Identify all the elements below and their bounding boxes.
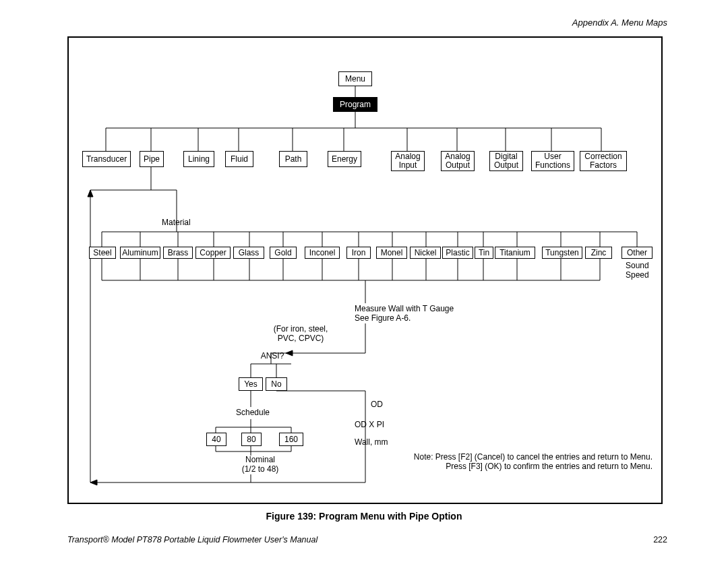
program-node: Program xyxy=(333,97,377,112)
for-iron-label: (For iron, steel, PVC, CPVC) xyxy=(260,325,341,344)
footer-left: Transport® Model PT878 Portable Liquid F… xyxy=(67,535,317,544)
wall-label: Wall, mm xyxy=(355,438,388,447)
svg-marker-78 xyxy=(90,480,97,485)
material-label: Material xyxy=(162,218,191,228)
appendix-label: Appendix A. Menu Maps xyxy=(572,18,667,28)
mat-tin: Tin xyxy=(475,247,493,259)
svg-marker-17 xyxy=(88,190,93,197)
odxpi-label: OD X PI xyxy=(355,420,384,430)
nominal-label: Nominal (1/2 to 48) xyxy=(233,456,287,474)
mat-other: Other xyxy=(621,247,653,259)
od-label: OD xyxy=(371,400,383,410)
mat-nickel: Nickel xyxy=(410,247,441,259)
diagram-frame: Menu Program Transducer Pipe Lining Flui… xyxy=(67,36,663,504)
row1-analog-input: Analog Input xyxy=(391,151,425,171)
menu-node: Menu xyxy=(338,71,372,86)
mat-gold: Gold xyxy=(270,247,297,259)
mat-steel: Steel xyxy=(89,247,116,259)
mat-plastic: Plastic xyxy=(442,247,473,259)
measure-wall-label: Measure Wall with T Gauge See Figure A-6… xyxy=(355,305,454,323)
ansi-yes: Yes xyxy=(239,377,263,391)
row1-fluid: Fluid xyxy=(225,151,253,167)
row1-pipe: Pipe xyxy=(140,151,164,167)
figure-caption: Figure 139: Program Menu with Pipe Optio… xyxy=(0,511,728,522)
row1-digital-output: Digital Output xyxy=(489,151,523,171)
sched-160: 160 xyxy=(279,433,303,446)
mat-brass: Brass xyxy=(163,247,193,259)
note-text: Note: Press [F2] (Cancel) to cancel the … xyxy=(396,453,653,472)
row1-path: Path xyxy=(279,151,307,167)
ansi-label: ANSI? xyxy=(257,352,287,361)
mat-zinc: Zinc xyxy=(585,247,612,259)
sched-40: 40 xyxy=(206,433,226,446)
mat-tungsten: Tungsten xyxy=(542,247,582,259)
row1-energy: Energy xyxy=(328,151,361,167)
mat-monel: Monel xyxy=(376,247,407,259)
row1-lining: Lining xyxy=(183,151,214,167)
mat-copper: Copper xyxy=(195,247,231,259)
row1-user-functions: User Functions xyxy=(531,151,574,171)
schedule-label: Schedule xyxy=(236,408,270,418)
mat-inconel: Inconel xyxy=(305,247,340,259)
sched-80: 80 xyxy=(241,433,262,446)
mat-aluminum: Aluminum xyxy=(120,247,160,259)
mat-glass: Glass xyxy=(233,247,264,259)
row1-analog-output: Analog Output xyxy=(441,151,475,171)
row1-transducer: Transducer xyxy=(82,151,131,167)
footer-right: 222 xyxy=(653,535,667,544)
mat-titanium: Titanium xyxy=(495,247,535,259)
ansi-no: No xyxy=(266,377,287,391)
row1-correction-factors: Correction Factors xyxy=(580,151,627,171)
mat-iron: Iron xyxy=(346,247,371,259)
sound-speed-label: Sound Speed xyxy=(626,261,649,280)
